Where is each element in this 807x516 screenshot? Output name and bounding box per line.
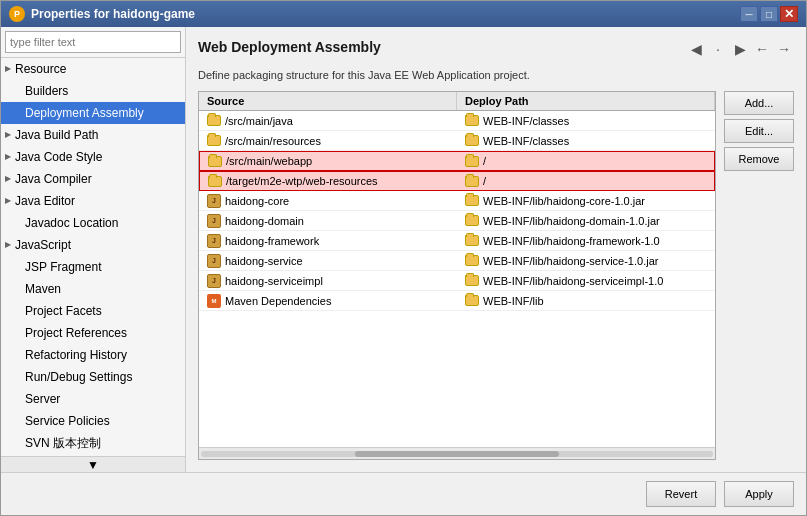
deploy-cell: WEB-INF/classes (457, 113, 715, 129)
deploy-cell: / (457, 173, 714, 189)
sidebar-label: Maven (13, 280, 61, 298)
sidebar-label: Refactoring History (13, 346, 127, 364)
sidebar-item-deployment-assembly[interactable]: Deployment Assembly (1, 102, 185, 124)
table-row[interactable]: /src/main/resources WEB-INF/classes (199, 131, 715, 151)
deployment-table: Source Deploy Path /src/main/java (198, 91, 716, 460)
sidebar-item-jsp-fragment[interactable]: JSP Fragment (1, 256, 185, 278)
sidebar-item-java-build-path[interactable]: ▶ Java Build Path (1, 124, 185, 146)
folder-icon (465, 195, 479, 206)
folder-icon (208, 176, 222, 187)
sidebar-item-service-policies[interactable]: Service Policies (1, 410, 185, 432)
folder-icon (465, 156, 479, 167)
sidebar-item-java-code-style[interactable]: ▶ Java Code Style (1, 146, 185, 168)
nav-arrow-right-button[interactable]: → (774, 39, 794, 59)
filter-input[interactable] (5, 31, 181, 53)
deploy-cell: / (457, 153, 714, 169)
jar-icon: J (207, 214, 221, 228)
expand-arrow: ▶ (5, 126, 11, 144)
source-cell: /src/main/webapp (200, 153, 457, 169)
deploy-text: WEB-INF/lib/haidong-framework-1.0 (483, 235, 660, 247)
sidebar-label: Java Compiler (15, 170, 92, 188)
nav-separator: · (708, 39, 728, 59)
deploy-text: WEB-INF/classes (483, 135, 569, 147)
sidebar-item-maven[interactable]: Maven (1, 278, 185, 300)
table-row[interactable]: /src/main/java WEB-INF/classes (199, 111, 715, 131)
sidebar-item-java-compiler[interactable]: ▶ Java Compiler (1, 168, 185, 190)
table-row[interactable]: J haidong-domain WEB-INF/lib/haidong-dom… (199, 211, 715, 231)
source-text: Maven Dependencies (225, 295, 331, 307)
expand-arrow: ▶ (5, 148, 11, 166)
table-body[interactable]: /src/main/java WEB-INF/classes /sr (199, 111, 715, 447)
table-row[interactable]: J haidong-core WEB-INF/lib/haidong-core-… (199, 191, 715, 211)
sidebar-label: Builders (13, 82, 68, 100)
sidebar-label: Java Code Style (15, 148, 102, 166)
nav-icons: ◀ · ▶ ← → (686, 39, 794, 59)
source-text: haidong-domain (225, 215, 304, 227)
folder-icon (207, 135, 221, 146)
deploy-cell: WEB-INF/lib (457, 293, 715, 309)
folder-icon (465, 135, 479, 146)
sidebar-item-javadoc[interactable]: Javadoc Location (1, 212, 185, 234)
maximize-button[interactable]: □ (760, 6, 778, 22)
table-row-highlighted[interactable]: /src/main/webapp / (199, 151, 715, 171)
sidebar-item-run-debug[interactable]: Run/Debug Settings (1, 366, 185, 388)
source-text: /src/main/java (225, 115, 293, 127)
sidebar-item-project-references[interactable]: Project References (1, 322, 185, 344)
table-row[interactable]: J haidong-framework WEB-INF/lib/haidong-… (199, 231, 715, 251)
expand-arrow: ▶ (5, 236, 11, 254)
source-text: /src/main/resources (225, 135, 321, 147)
title-buttons: ─ □ ✕ (740, 6, 798, 22)
folder-icon (465, 255, 479, 266)
scroll-track (201, 451, 713, 457)
folder-icon (465, 295, 479, 306)
table-row[interactable]: M Maven Dependencies WEB-INF/lib (199, 291, 715, 311)
sidebar-item-project-facets[interactable]: Project Facets (1, 300, 185, 322)
folder-icon (207, 115, 221, 126)
deploy-text: WEB-INF/lib (483, 295, 544, 307)
table-row[interactable]: J haidong-serviceimpl WEB-INF/lib/haidon… (199, 271, 715, 291)
sidebar-item-refactoring[interactable]: Refactoring History (1, 344, 185, 366)
nav-back-button[interactable]: ◀ (686, 39, 706, 59)
title-bar: P Properties for haidong-game ─ □ ✕ (1, 1, 806, 27)
expand-arrow: ▶ (5, 192, 11, 210)
sidebar-item-javascript[interactable]: ▶ JavaScript (1, 234, 185, 256)
sidebar-scroll-down[interactable]: ▼ (1, 456, 185, 472)
maven-icon: M (207, 294, 221, 308)
source-cell: J haidong-service (199, 252, 457, 270)
close-button[interactable]: ✕ (780, 6, 798, 22)
sidebar-item-resource[interactable]: ▶ Resource (1, 58, 185, 80)
sidebar-item-java-editor[interactable]: ▶ Java Editor (1, 190, 185, 212)
source-cell: J haidong-core (199, 192, 457, 210)
sidebar-label: Java Editor (15, 192, 75, 210)
sidebar-label: SVN 版本控制 (13, 434, 101, 452)
expand-arrow: ▶ (5, 60, 11, 78)
title-bar-left: P Properties for haidong-game (9, 6, 195, 22)
nav-arrow-left-button[interactable]: ← (752, 39, 772, 59)
panel-description: Define packaging structure for this Java… (198, 69, 794, 81)
deploy-text: WEB-INF/lib/haidong-service-1.0.jar (483, 255, 658, 267)
deploy-cell: WEB-INF/lib/haidong-framework-1.0 (457, 233, 715, 249)
table-row[interactable]: J haidong-service WEB-INF/lib/haidong-se… (199, 251, 715, 271)
horizontal-scrollbar[interactable] (199, 447, 715, 459)
revert-button[interactable]: Revert (646, 481, 716, 507)
source-cell: /src/main/java (199, 113, 457, 129)
edit-button[interactable]: Edit... (724, 119, 794, 143)
sidebar-label: Server (13, 390, 60, 408)
sidebar-item-server[interactable]: Server (1, 388, 185, 410)
folder-icon (465, 215, 479, 226)
minimize-button[interactable]: ─ (740, 6, 758, 22)
deploy-cell: WEB-INF/lib/haidong-domain-1.0.jar (457, 213, 715, 229)
deploy-text: WEB-INF/lib/haidong-serviceimpl-1.0 (483, 275, 663, 287)
add-button[interactable]: Add... (724, 91, 794, 115)
filter-box (1, 27, 185, 58)
apply-button[interactable]: Apply (724, 481, 794, 507)
sidebar-item-svn[interactable]: SVN 版本控制 (1, 432, 185, 454)
folder-icon (465, 235, 479, 246)
table-header: Source Deploy Path (199, 92, 715, 111)
table-row-highlighted[interactable]: /target/m2e-wtp/web-resources / (199, 171, 715, 191)
window-icon: P (9, 6, 25, 22)
sidebar-list: ▶ Resource Builders Deployment Assembly … (1, 58, 185, 456)
sidebar-item-builders[interactable]: Builders (1, 80, 185, 102)
nav-forward-button[interactable]: ▶ (730, 39, 750, 59)
remove-button[interactable]: Remove (724, 147, 794, 171)
